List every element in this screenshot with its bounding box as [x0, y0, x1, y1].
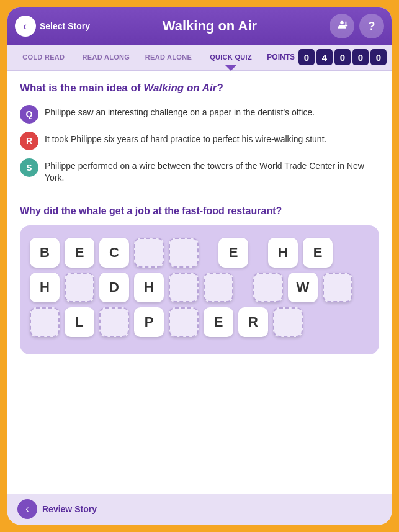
- tile-3-7[interactable]: R: [238, 307, 268, 337]
- badge-r: R: [20, 132, 38, 150]
- tile-2-2[interactable]: [65, 273, 94, 302]
- teacher-icon: [335, 19, 349, 33]
- tile-3-8[interactable]: [273, 307, 303, 337]
- tile-3-3[interactable]: [99, 307, 129, 337]
- tile-2-1[interactable]: H: [30, 273, 60, 302]
- help-icon: ?: [369, 20, 375, 33]
- teacher-icon-button[interactable]: [330, 14, 354, 38]
- review-back-circle: ‹: [17, 499, 37, 519]
- back-label: Select Story: [40, 21, 90, 31]
- points-digit-1: 4: [316, 49, 333, 65]
- tile-3-5[interactable]: [169, 307, 199, 337]
- tile-1-4[interactable]: [134, 238, 164, 268]
- tab-read-along[interactable]: READ ALONG: [75, 51, 138, 63]
- answer-option-r[interactable]: R It took Philippe six years of hard pra…: [20, 131, 379, 150]
- question2-heading: Why did the whale get a job at the fast-…: [20, 204, 379, 218]
- tab-quick-quiz[interactable]: QUICK QUIZ: [200, 51, 262, 63]
- tile-3-2[interactable]: L: [65, 307, 94, 337]
- tile-3-4[interactable]: P: [134, 307, 164, 337]
- header: ‹ Select Story Walking on Air ?: [7, 7, 392, 45]
- back-circle: ‹: [15, 16, 36, 37]
- answer-text-s: Philippe performed on a wire between the…: [45, 158, 379, 184]
- puzzle-area: B E C E H E H D H W: [20, 225, 379, 354]
- tile-1-5[interactable]: [169, 238, 199, 268]
- bottom-bar: ‹ Review Story: [7, 494, 392, 525]
- tab-read-alone[interactable]: READ ALONE: [137, 51, 200, 63]
- review-arrow-icon: ‹: [25, 503, 29, 515]
- tile-2-9[interactable]: [323, 273, 352, 302]
- tile-2-5[interactable]: [169, 273, 199, 302]
- app-frame: ‹ Select Story Walking on Air ? COLD REA…: [7, 7, 392, 525]
- tile-1-2[interactable]: E: [65, 238, 94, 268]
- badge-s: S: [20, 158, 38, 177]
- answer-text-q: Philippe saw an interesting challenge on…: [45, 104, 315, 119]
- tile-2-3[interactable]: D: [99, 273, 129, 302]
- answer-text-r: It took Philippe six years of hard pract…: [45, 131, 326, 146]
- points-boxes: 0 4 0 0 0: [298, 49, 387, 65]
- tile-2-4[interactable]: H: [134, 273, 164, 302]
- points-label: POINTS: [267, 53, 295, 61]
- tab-cold-read[interactable]: COLD READ: [12, 51, 75, 63]
- points-section: POINTS 0 4 0 0 0: [267, 49, 387, 65]
- points-digit-0: 0: [298, 49, 315, 65]
- back-button[interactable]: ‹ Select Story: [15, 16, 90, 37]
- answer-option-s[interactable]: S Philippe performed on a wire between t…: [20, 158, 379, 184]
- puzzle-row-3: L P E R: [30, 307, 369, 337]
- answer-option-q[interactable]: Q Philippe saw an interesting challenge …: [20, 104, 379, 124]
- help-button[interactable]: ?: [359, 14, 384, 38]
- badge-q: Q: [20, 105, 38, 124]
- puzzle-row-2: H D H W: [30, 273, 369, 302]
- puzzle-row-1: B E C E H E: [30, 238, 369, 268]
- tile-2-8[interactable]: W: [288, 273, 318, 302]
- tile-1-7[interactable]: H: [268, 238, 298, 268]
- tile-2-7[interactable]: [253, 273, 283, 302]
- tile-3-6[interactable]: E: [204, 307, 233, 337]
- points-digit-3: 0: [352, 49, 369, 65]
- tile-1-8[interactable]: E: [303, 238, 333, 268]
- page-title: Walking on Air: [90, 18, 330, 34]
- tabs-bar: COLD READ READ ALONG READ ALONE QUICK QU…: [7, 45, 392, 71]
- main-content: What is the main idea of Walking on Air?…: [7, 71, 392, 494]
- review-story-button[interactable]: ‹ Review Story: [17, 499, 97, 519]
- review-label: Review Story: [42, 504, 97, 514]
- back-arrow-icon: ‹: [23, 20, 27, 32]
- points-digit-2: 0: [334, 49, 351, 65]
- svg-point-0: [340, 21, 344, 25]
- tile-1-1[interactable]: B: [30, 238, 60, 268]
- tile-3-1[interactable]: [30, 307, 60, 337]
- points-digit-4: 0: [370, 49, 387, 65]
- tile-1-6[interactable]: E: [218, 238, 248, 268]
- tile-1-3[interactable]: C: [99, 238, 129, 268]
- tile-2-6[interactable]: [204, 273, 233, 302]
- header-icons: ?: [330, 14, 384, 38]
- section-gap: [20, 192, 379, 204]
- question1-heading: What is the main idea of Walking on Air?: [20, 81, 379, 96]
